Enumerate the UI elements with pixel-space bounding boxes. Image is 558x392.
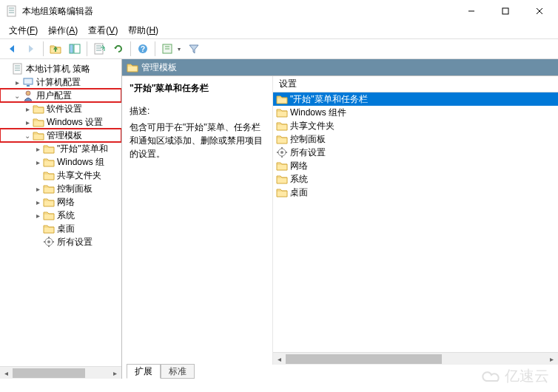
- svg-rect-8: [74, 44, 80, 53]
- menu-view[interactable]: 查看(V): [84, 23, 122, 38]
- toolbar-separator: [130, 41, 131, 56]
- path-header-label: 管理模板: [141, 61, 177, 74]
- tab-standard[interactable]: 标准: [161, 364, 195, 379]
- watermark: 亿速云: [481, 366, 549, 386]
- list-item-label: 所有设置: [290, 146, 326, 159]
- list-item[interactable]: 系统: [273, 172, 558, 186]
- list-item[interactable]: 所有设置: [273, 146, 558, 159]
- list-item-label: 共享文件夹: [290, 120, 335, 132]
- folder-icon: [276, 120, 288, 132]
- folder-icon: [43, 183, 55, 195]
- tree-network[interactable]: ▸ 网络: [0, 195, 121, 209]
- folder-icon: [43, 143, 55, 155]
- list-item[interactable]: 控制面板: [273, 132, 558, 146]
- tree-all-settings[interactable]: 所有设置: [0, 235, 121, 249]
- list-item-label: Windows 组件: [290, 107, 346, 119]
- folder-icon: [33, 103, 44, 115]
- menu-action[interactable]: 操作(A): [44, 23, 82, 38]
- list-header-settings[interactable]: 设置: [273, 76, 558, 92]
- help-button[interactable]: ?: [134, 40, 152, 58]
- folder-icon: [43, 156, 55, 168]
- forward-button[interactable]: [22, 40, 40, 58]
- back-button[interactable]: [3, 40, 21, 58]
- filter-options-dropdown[interactable]: ▾: [178, 46, 184, 53]
- scroll-right-icon[interactable]: ▸: [109, 367, 121, 379]
- tree-computer-config[interactable]: ▸ 计算机配置: [0, 75, 121, 89]
- scroll-left-icon[interactable]: ◂: [0, 367, 13, 379]
- computer-icon: [22, 76, 34, 88]
- main-area: 本地计算机 策略 ▸ 计算机配置 ⌄ 用户配置 ▸ 软件设置 ▸ Windows…: [0, 59, 558, 379]
- maximize-button[interactable]: [488, 0, 522, 22]
- gear-icon: [43, 236, 55, 248]
- list-item[interactable]: 网络: [273, 159, 558, 172]
- folder-icon: [43, 196, 55, 208]
- list-item[interactable]: 桌面: [273, 186, 558, 199]
- details-pane: 管理模板 "开始"菜单和任务栏 描述: 包含可用于在"开始"菜单、任务栏和通知区…: [122, 59, 558, 379]
- description-column: "开始"菜单和任务栏 描述: 包含可用于在"开始"菜单、任务栏和通知区域添加、删…: [122, 76, 273, 365]
- folder-icon: [33, 116, 44, 128]
- scroll-left-icon[interactable]: ◂: [273, 353, 286, 365]
- filter-button[interactable]: [185, 40, 203, 58]
- chevron-right-icon[interactable]: ▸: [22, 118, 33, 126]
- tree-start-taskbar[interactable]: ▸ "开始"菜单和: [0, 142, 121, 155]
- path-header: 管理模板: [122, 59, 558, 75]
- tree-admin-templates[interactable]: ⌄ 管理模板: [0, 129, 121, 142]
- tab-extended[interactable]: 扩展: [127, 364, 161, 379]
- list-item-label: 控制面板: [290, 133, 326, 146]
- folder-icon: [276, 160, 288, 172]
- folder-icon: [276, 107, 288, 118]
- tree-pane: 本地计算机 策略 ▸ 计算机配置 ⌄ 用户配置 ▸ 软件设置 ▸ Windows…: [0, 59, 122, 379]
- minimize-button[interactable]: [454, 0, 488, 22]
- list-scrollbar-horizontal[interactable]: ◂ ▸: [273, 352, 558, 365]
- tree-windows-components[interactable]: ▸ Windows 组: [0, 155, 121, 169]
- chevron-right-icon[interactable]: ▸: [33, 198, 43, 206]
- toolbar-separator: [87, 41, 87, 56]
- svg-text:?: ?: [141, 45, 145, 53]
- window-title: 本地组策略编辑器: [22, 5, 454, 18]
- folder-icon: [276, 173, 288, 185]
- folder-icon: [276, 93, 288, 105]
- filter-options-button[interactable]: [158, 40, 176, 58]
- toolbar: ? ▾: [0, 38, 558, 59]
- close-button[interactable]: [522, 0, 557, 22]
- chevron-right-icon[interactable]: ▸: [33, 185, 43, 193]
- tree-control-panel[interactable]: ▸ 控制面板: [0, 182, 121, 195]
- refresh-button[interactable]: [110, 40, 127, 58]
- folder-icon: [43, 169, 55, 181]
- selection-title: "开始"菜单和任务栏: [130, 82, 265, 95]
- tree-software-settings[interactable]: ▸ 软件设置: [0, 102, 121, 115]
- show-hide-tree-button[interactable]: [66, 40, 84, 58]
- chevron-right-icon[interactable]: ▸: [33, 145, 43, 153]
- svg-rect-7: [70, 44, 73, 53]
- toolbar-separator: [155, 41, 155, 56]
- tree-shared-folders[interactable]: 共享文件夹: [0, 169, 121, 182]
- tree-system[interactable]: ▸ 系统: [0, 209, 121, 222]
- chevron-right-icon[interactable]: ▸: [12, 78, 22, 87]
- list-column: 设置 "开始"菜单和任务栏Windows 组件共享文件夹控制面板所有设置网络系统…: [273, 76, 558, 365]
- tree-desktop[interactable]: 桌面: [0, 222, 121, 235]
- folder-icon: [276, 133, 288, 145]
- list-item[interactable]: "开始"菜单和任务栏: [273, 92, 558, 106]
- up-button[interactable]: [47, 40, 64, 58]
- chevron-down-icon[interactable]: ⌄: [22, 132, 33, 140]
- tree-root[interactable]: 本地计算机 策略: [0, 62, 121, 75]
- list-item[interactable]: 共享文件夹: [273, 119, 558, 132]
- folder-icon: [43, 223, 55, 234]
- tree-user-config[interactable]: ⌄ 用户配置: [0, 89, 121, 102]
- chevron-right-icon[interactable]: ▸: [33, 212, 43, 220]
- app-icon: [6, 5, 18, 17]
- list-item[interactable]: Windows 组件: [273, 106, 558, 119]
- scroll-right-icon[interactable]: ▸: [545, 353, 558, 365]
- description-text: 包含可用于在"开始"菜单、任务栏和通知区域添加、删除或禁用项目的设置。: [130, 121, 265, 160]
- chevron-right-icon[interactable]: ▸: [22, 105, 33, 113]
- chevron-right-icon[interactable]: ▸: [33, 158, 43, 166]
- tree-windows-settings[interactable]: ▸ Windows 设置: [0, 115, 121, 129]
- description-label: 描述:: [130, 105, 265, 118]
- menu-help[interactable]: 帮助(H): [124, 23, 163, 38]
- chevron-down-icon[interactable]: ⌄: [12, 92, 22, 100]
- list-item-label: 桌面: [290, 186, 308, 199]
- tree-scrollbar-horizontal[interactable]: ◂ ▸: [0, 366, 121, 379]
- gear-icon: [276, 146, 288, 158]
- menu-file[interactable]: 文件(F): [4, 23, 42, 38]
- export-button[interactable]: [90, 40, 108, 58]
